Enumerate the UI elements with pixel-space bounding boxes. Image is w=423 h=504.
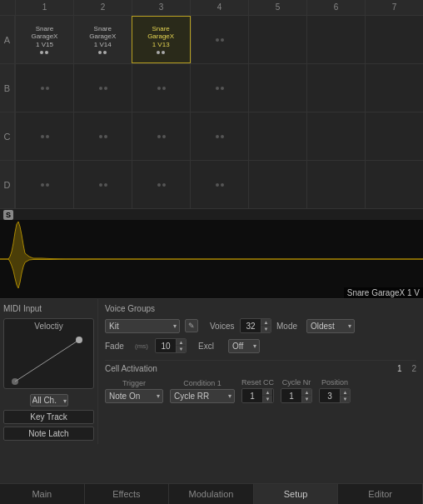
cell-activation-section: Cell Activation 1 2 Trigger — [105, 360, 416, 403]
position-spinner[interactable]: 3 ▲ ▼ — [319, 388, 351, 403]
col-header-7: 7 — [365, 0, 423, 15]
channel-select-wrapper[interactable]: All Ch. Ch. 1 — [30, 394, 68, 407]
mode-label: Mode — [276, 322, 301, 331]
cell-a1-name: SnareGarageX1 V15 — [31, 25, 57, 49]
cell-a3[interactable]: SnareGarageX1 V13 — [132, 16, 191, 63]
condition1-col: Condition 1 Cycle RR Cycle — [170, 379, 235, 403]
key-track-button[interactable]: Key Track — [3, 410, 94, 424]
grid-row-d: D — [0, 160, 423, 208]
grid-row-c: C — [0, 112, 423, 160]
velocity-display: Veloctiy — [3, 318, 94, 389]
cell-c2-dots — [99, 135, 107, 138]
trigger-col: Trigger Note On Note Off — [105, 379, 163, 403]
voices-up-arrow[interactable]: ▲ — [261, 319, 271, 326]
cell-activation-row: Trigger Note On Note Off Condition 1 — [105, 378, 416, 403]
velocity-graph — [11, 336, 86, 386]
cell-d1[interactable] — [15, 161, 73, 208]
cell-c5[interactable] — [248, 112, 306, 160]
voices-spinner[interactable]: 32 ▲ ▼ — [240, 318, 271, 333]
trigger-select[interactable]: Note On Note Off — [105, 389, 163, 403]
cell-a2[interactable]: SnareGarageX1 V14 — [73, 16, 132, 63]
note-latch-button[interactable]: Note Latch — [3, 427, 94, 441]
fade-down-arrow[interactable]: ▼ — [176, 346, 186, 352]
cell-c7[interactable] — [365, 112, 423, 160]
cell-a7[interactable] — [365, 16, 423, 63]
trigger-select-wrapper[interactable]: Note On Note Off — [105, 389, 163, 403]
solo-badge[interactable]: S — [3, 210, 13, 220]
channel-row: All Ch. Ch. 1 — [3, 394, 94, 407]
cell-b3[interactable] — [132, 64, 190, 112]
cell-d4[interactable] — [190, 161, 248, 208]
col-header-3: 3 — [132, 0, 190, 15]
row-c-cells — [15, 112, 423, 160]
fade-arrows[interactable]: ▲ ▼ — [176, 339, 186, 352]
tab-effects[interactable]: Effects — [85, 484, 170, 504]
position-arrows[interactable]: ▲ ▼ — [340, 389, 350, 402]
cell-c1[interactable] — [15, 112, 73, 160]
cell-b7[interactable] — [365, 64, 423, 112]
col-header-5: 5 — [248, 0, 306, 15]
cycle-nr-spinner[interactable]: 1 ▲ ▼ — [281, 388, 312, 403]
voice-groups-panel: Voice Groups Kit ✎ Voices 32 — [98, 299, 423, 444]
cell-activation-header: Cell Activation 1 2 — [105, 364, 416, 373]
fade-spinner[interactable]: 10 ▲ ▼ — [155, 338, 187, 353]
col-header-6: 6 — [306, 0, 365, 15]
cell-c3[interactable] — [132, 112, 190, 160]
cell-c4[interactable] — [190, 112, 248, 160]
cell-a4[interactable] — [191, 16, 249, 63]
reset-cc-arrows[interactable]: ▲ ▼ — [262, 389, 272, 402]
fade-up-arrow[interactable]: ▲ — [176, 339, 186, 346]
tab-modulation[interactable]: Modulation — [169, 484, 254, 504]
reset-cc-down[interactable]: ▼ — [262, 396, 272, 402]
cell-d5[interactable] — [248, 161, 306, 208]
velocity-label: Veloctiy — [4, 319, 93, 331]
position-up[interactable]: ▲ — [340, 389, 350, 396]
reset-cc-spinner[interactable]: 1 ▲ ▼ — [241, 388, 274, 403]
kit-select[interactable]: Kit — [105, 319, 180, 333]
excl-select-wrapper[interactable]: Off On — [228, 339, 260, 353]
cell-num-1[interactable]: 1 — [397, 364, 402, 373]
row-label-b: B — [0, 64, 15, 112]
cell-a6[interactable] — [306, 16, 365, 63]
cell-b5[interactable] — [248, 64, 306, 112]
kit-edit-button[interactable]: ✎ — [185, 319, 198, 332]
cell-d6[interactable] — [306, 161, 365, 208]
tab-main[interactable]: Main — [0, 484, 85, 504]
cell-num-2[interactable]: 2 — [411, 364, 416, 373]
cell-a5[interactable] — [248, 16, 306, 63]
cell-b2[interactable] — [73, 64, 132, 112]
channel-select[interactable]: All Ch. Ch. 1 — [30, 394, 68, 407]
cell-d2[interactable] — [73, 161, 132, 208]
cycle-nr-down[interactable]: ▼ — [301, 396, 311, 402]
col-headers: 1 2 3 4 5 6 7 — [0, 0, 423, 15]
cycle-nr-arrows[interactable]: ▲ ▼ — [301, 389, 311, 402]
mode-select[interactable]: Oldest Newest — [306, 319, 355, 333]
reset-cc-up[interactable]: ▲ — [262, 389, 272, 396]
cell-c2[interactable] — [73, 112, 132, 160]
cell-c4-dots — [216, 135, 224, 138]
tab-editor[interactable]: Editor — [338, 484, 423, 504]
tab-setup[interactable]: Setup — [254, 484, 339, 504]
fade-row: Fade (ms) 10 ▲ ▼ Excl Off On — [105, 338, 416, 353]
condition1-select[interactable]: Cycle RR Cycle — [170, 389, 235, 403]
col-header-1: 1 — [15, 0, 73, 15]
cycle-nr-up[interactable]: ▲ — [301, 389, 311, 396]
condition1-select-wrapper[interactable]: Cycle RR Cycle — [170, 389, 235, 403]
voices-arrows[interactable]: ▲ ▼ — [261, 319, 271, 332]
voices-down-arrow[interactable]: ▼ — [261, 326, 271, 332]
cell-b6[interactable] — [306, 64, 365, 112]
cell-d3[interactable] — [132, 161, 190, 208]
kit-select-wrapper[interactable]: Kit — [105, 319, 180, 333]
cell-c6[interactable] — [306, 112, 365, 160]
cell-d7[interactable] — [365, 161, 423, 208]
cell-b1[interactable] — [15, 64, 73, 112]
mode-select-wrapper[interactable]: Oldest Newest — [306, 319, 355, 333]
cycle-nr-label: Cycle Nr — [281, 378, 312, 387]
excl-select[interactable]: Off On — [228, 339, 260, 353]
cell-b4[interactable] — [190, 64, 248, 112]
fade-unit: (ms) — [135, 342, 148, 350]
reset-cc-value: 1 — [242, 391, 262, 402]
grid-row-b: B — [0, 63, 423, 112]
position-down[interactable]: ▼ — [340, 396, 350, 402]
cell-a1[interactable]: SnareGarageX1 V15 — [15, 16, 73, 63]
